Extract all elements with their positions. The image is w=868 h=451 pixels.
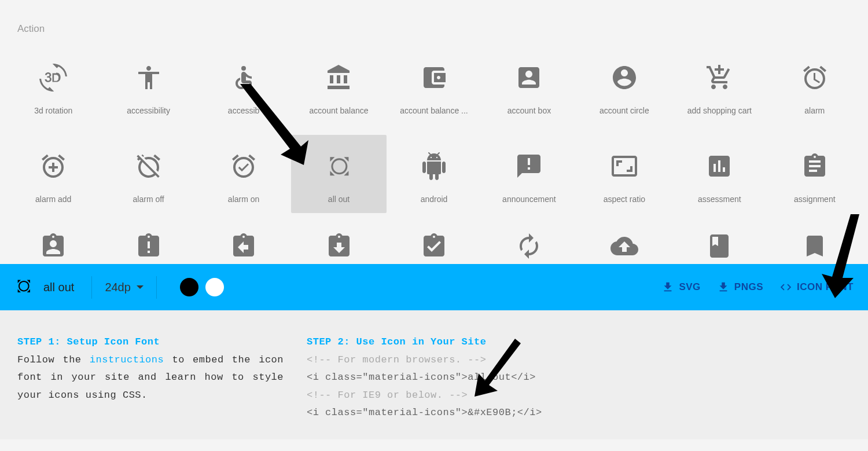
category-heading: Action (0, 0, 868, 35)
icon-assessment[interactable]: assessment (672, 135, 767, 213)
icon-android[interactable]: android (387, 135, 481, 213)
download-pngs-button[interactable]: PNGS (717, 281, 763, 294)
icon-bookmark[interactable] (767, 223, 862, 264)
account-balance-wallet-icon (420, 64, 448, 91)
accessibility-icon (135, 64, 163, 91)
assignment-return-icon (230, 232, 258, 260)
android-icon (420, 152, 448, 180)
account-box-icon (515, 64, 543, 91)
size-dropdown[interactable]: 24dp (91, 276, 157, 299)
icon-add-shopping-cart[interactable]: add shopping cart (672, 46, 767, 124)
icon-aspect-ratio[interactable]: aspect ratio (577, 135, 672, 213)
icon-book[interactable] (672, 223, 767, 264)
check-icon (185, 283, 194, 292)
code-line-1: <i class="material-icons">all_out</i> (307, 369, 851, 387)
icon-backup[interactable] (577, 223, 672, 264)
alarm-on-icon (230, 152, 258, 180)
assignment-icon (801, 152, 829, 180)
download-svg-label: SVG (679, 281, 700, 293)
icon-assignment-returned[interactable] (291, 223, 386, 264)
aspect-ratio-icon (610, 152, 638, 180)
announcement-icon (515, 152, 543, 180)
icon-3d-rotation[interactable]: 3d rotation (6, 46, 101, 124)
code-line-2: <i class="material-icons">&#xE90B;</i> (307, 404, 851, 422)
icon-assignment-return[interactable] (196, 223, 291, 264)
icon-alarm-off[interactable]: alarm off (101, 135, 196, 213)
all-out-icon (14, 277, 33, 295)
icon-assignment-late[interactable] (101, 223, 196, 264)
icon-label: announcement (502, 195, 556, 204)
accessible-icon (230, 64, 258, 91)
icon-alarm[interactable]: alarm (767, 46, 862, 124)
assignment-late-icon (135, 232, 163, 260)
icon-label: android (421, 195, 448, 204)
step-1-body: Follow the instructions to embed the ico… (17, 351, 284, 405)
icon-account-balance-wallet[interactable]: account balance ... (387, 46, 481, 124)
icon-grid: 3d rotation accessibility accessib accou… (0, 35, 868, 264)
icon-label: accessibility (127, 106, 170, 115)
instructions-panel: STEP 1: Setup Icon Font Follow the instr… (0, 310, 868, 439)
icon-assignment-turned-in[interactable] (387, 223, 481, 264)
step-1-title: STEP 1: Setup Icon Font (17, 333, 284, 351)
icon-label: assignment (794, 195, 836, 204)
color-swatches (180, 278, 224, 296)
assessment-icon (705, 152, 733, 180)
3d-rotation-icon (39, 64, 67, 91)
icon-label: alarm add (35, 195, 71, 204)
autorenew-icon (515, 232, 543, 260)
account-balance-icon (325, 64, 353, 91)
code-icon (779, 281, 792, 294)
chevron-down-icon (137, 285, 144, 289)
icon-label: add shopping cart (687, 106, 752, 115)
account-circle-icon (610, 64, 638, 91)
icon-announcement[interactable]: announcement (481, 135, 576, 213)
download-icon (661, 281, 674, 294)
icon-label: all out (328, 195, 350, 204)
selected-icon-name: all out (43, 281, 74, 294)
backup-icon (610, 232, 638, 260)
color-swatch-black[interactable] (180, 278, 198, 296)
icon-label: account box (507, 106, 551, 115)
icon-detail-bar: all out 24dp SVG PNGS ICON FONT (0, 264, 868, 310)
add-shopping-cart-icon (705, 64, 733, 91)
icon-font-label: ICON FONT (797, 281, 854, 293)
icon-accessible[interactable]: accessib (196, 46, 291, 124)
alarm-off-icon (135, 152, 163, 180)
icon-label: aspect ratio (604, 195, 645, 204)
download-svg-button[interactable]: SVG (661, 281, 700, 294)
icon-assignment[interactable]: assignment (767, 135, 862, 213)
all-out-icon (325, 152, 353, 180)
icon-accessibility[interactable]: accessibility (101, 46, 196, 124)
icon-label: alarm off (133, 195, 164, 204)
icon-label: accessib (228, 106, 259, 115)
icon-label: account circle (599, 106, 649, 115)
alarm-add-icon (39, 152, 67, 180)
download-icon (717, 281, 730, 294)
code-comment-1: <!-- For modern browsers. --> (307, 351, 851, 369)
icon-account-balance[interactable]: account balance (291, 46, 386, 124)
icon-label: account balance ... (400, 106, 468, 115)
icon-font-button[interactable]: ICON FONT (779, 281, 854, 294)
instructions-link[interactable]: instructions (90, 354, 164, 365)
color-swatch-white[interactable] (205, 278, 224, 296)
icon-autorenew[interactable] (481, 223, 576, 264)
assignment-returned-icon (325, 232, 353, 260)
icon-label: assessment (698, 195, 741, 204)
icon-label: alarm (804, 106, 825, 115)
icon-assignment-ind[interactable] (6, 223, 101, 264)
step-1-text-before: Follow the (17, 354, 90, 365)
assignment-ind-icon (39, 232, 67, 260)
icon-label: account balance (310, 106, 369, 115)
icon-alarm-add[interactable]: alarm add (6, 135, 101, 213)
icon-label: alarm on (228, 195, 259, 204)
icon-all-out[interactable]: all out (291, 135, 386, 213)
book-icon (705, 232, 733, 260)
download-pngs-label: PNGS (734, 281, 763, 293)
icon-account-box[interactable]: account box (481, 46, 576, 124)
step-1: STEP 1: Setup Icon Font Follow the instr… (17, 333, 284, 422)
icon-account-circle[interactable]: account circle (577, 46, 672, 124)
selected-icon-preview (14, 277, 33, 298)
icon-alarm-on[interactable]: alarm on (196, 135, 291, 213)
icon-label: 3d rotation (34, 106, 72, 115)
alarm-icon (801, 64, 829, 91)
